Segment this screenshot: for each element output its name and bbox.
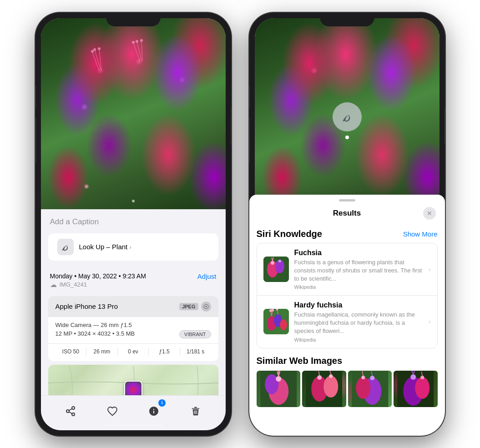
camera-header: Apple iPhone 13 Pro JPEG — [48, 296, 218, 317]
svg-point-44 — [317, 375, 322, 380]
svg-point-52 — [361, 376, 365, 379]
svg-point-59 — [420, 376, 424, 379]
jpeg-badge: JPEG — [179, 303, 198, 310]
hardy-thumbnail — [263, 309, 289, 334]
resolution: VIBRANT 12 MP • 3024 × 4032 • 3.5 MB — [56, 330, 211, 337]
svg-point-16 — [72, 413, 75, 416]
right-screen: Results ✕ Siri Knowledge Show More — [255, 18, 440, 430]
home-indicator — [104, 424, 163, 427]
location-badge-icon — [201, 302, 211, 312]
camera-badges: JPEG — [179, 302, 211, 312]
sheet-title: Results — [333, 209, 361, 218]
info-badge: i — [158, 399, 166, 407]
delete-button[interactable] — [186, 401, 206, 421]
exif-row: ISO 50 26 mm 0 ev ƒ1.5 1/181 s — [48, 343, 218, 361]
knowledge-item-hardy[interactable]: Hardy fuchsia Fuchsia magellanica, commo… — [257, 296, 437, 348]
svg-point-5 — [98, 47, 101, 50]
svg-point-32 — [271, 309, 274, 312]
lookup-icon — [57, 239, 74, 255]
hardy-text: Hardy fuchsia Fuchsia magellanica, commo… — [294, 301, 423, 342]
svg-point-51 — [370, 376, 374, 380]
svg-point-57 — [415, 377, 429, 399]
svg-line-6 — [133, 43, 140, 61]
svg-point-50 — [356, 377, 370, 399]
web-thumb-2[interactable] — [302, 371, 346, 407]
caption-area[interactable]: Add a Caption — [41, 209, 226, 233]
visual-lookup-circle[interactable] — [333, 102, 362, 131]
svg-point-10 — [136, 40, 138, 43]
left-phone: Add a Caption Look Up – Plant › Monday •… — [35, 13, 231, 436]
lookup-arrow: › — [129, 244, 131, 251]
results-sheet: Results ✕ Siri Knowledge Show More — [255, 195, 440, 430]
svg-point-4 — [93, 48, 96, 51]
exif-ev: 0 ev — [118, 347, 149, 356]
info-button[interactable]: i — [144, 401, 164, 421]
hardy-name: Hardy fuchsia — [294, 301, 423, 309]
lookup-row[interactable]: Look Up – Plant › — [48, 233, 218, 261]
show-more-button[interactable]: Show More — [403, 230, 438, 238]
web-images-title: Similar Web Images — [257, 356, 438, 366]
svg-point-43 — [323, 376, 338, 398]
svg-point-20 — [271, 261, 274, 265]
share-button[interactable] — [61, 401, 81, 421]
notch — [106, 13, 161, 26]
exif-shutter: 1/181 s — [180, 347, 211, 356]
sheet-header: Results ✕ — [255, 201, 440, 224]
filename-row: ☁ IMG_4241 — [50, 281, 146, 289]
svg-point-37 — [276, 376, 281, 382]
knowledge-item-fuchsia[interactable]: Fuchsia Fuchsia is a genus of flowering … — [257, 243, 437, 296]
hardy-source: Wikipedia — [294, 337, 423, 342]
fuchsia-chevron: › — [429, 266, 431, 273]
right-notch — [320, 13, 374, 26]
svg-line-8 — [141, 41, 142, 61]
sheet-content: Siri Knowledge Show More — [255, 224, 440, 430]
knowledge-card: Fuchsia Fuchsia is a genus of flowering … — [257, 243, 438, 348]
svg-line-7 — [137, 42, 141, 60]
vibrant-badge: VIBRANT — [179, 330, 211, 338]
web-thumb-4[interactable] — [394, 371, 438, 407]
photo-info-panel: Add a Caption Look Up – Plant › Monday •… — [41, 209, 226, 395]
svg-point-15 — [66, 410, 69, 413]
date-text: Monday • May 30, 2022 • 9:23 AM — [50, 272, 146, 280]
siri-section-title: Siri Knowledge — [257, 229, 322, 239]
cloud-icon: ☁ — [50, 281, 57, 289]
hardy-chevron: › — [429, 318, 431, 325]
right-phone: Results ✕ Siri Knowledge Show More — [249, 13, 445, 436]
fuchsia-text: Fuchsia Fuchsia is a genus of flowering … — [294, 249, 423, 290]
siri-knowledge-header: Siri Knowledge Show More — [257, 229, 438, 239]
web-thumb-3[interactable] — [348, 371, 392, 407]
web-images-row — [257, 371, 438, 407]
map-area[interactable] — [48, 365, 218, 395]
svg-point-9 — [132, 41, 135, 44]
camera-type: Wide Camera — 26 mm ƒ1.5 — [56, 322, 211, 328]
svg-point-13 — [205, 306, 207, 307]
svg-point-58 — [410, 374, 416, 380]
lookup-label: Look Up – Plant › — [79, 243, 131, 251]
favorite-button[interactable] — [102, 401, 122, 421]
date-row: Monday • May 30, 2022 • 9:23 AM ☁ IMG_42… — [41, 266, 226, 292]
camera-name: Apple iPhone 13 Pro — [56, 302, 118, 310]
svg-point-27 — [280, 319, 287, 330]
exif-iso: ISO 50 — [56, 347, 87, 356]
image-page-dot — [132, 200, 135, 202]
caption-placeholder: Add a Caption — [50, 217, 99, 226]
filename: IMG_4241 — [60, 281, 87, 288]
svg-point-45 — [329, 374, 333, 378]
exif-focal: 26 mm — [86, 347, 118, 356]
close-button[interactable]: ✕ — [423, 207, 436, 220]
fuchsia-source: Wikipedia — [294, 284, 423, 290]
adjust-button[interactable]: Adjust — [197, 272, 217, 280]
svg-point-21 — [278, 260, 281, 262]
svg-point-14 — [72, 407, 75, 409]
fuchsia-thumbnail — [263, 257, 289, 282]
svg-point-3 — [91, 50, 94, 53]
camera-info-card: Apple iPhone 13 Pro JPEG Wide Camera — 2… — [48, 296, 218, 361]
exif-aperture: ƒ1.5 — [149, 347, 180, 356]
web-thumb-1[interactable] — [257, 371, 301, 407]
fuchsia-desc: Fuchsia is a genus of flowering plants t… — [294, 258, 423, 283]
flower-image[interactable] — [41, 18, 226, 209]
hardy-desc: Fuchsia magellanica, commonly known as t… — [294, 311, 423, 336]
left-screen: Add a Caption Look Up – Plant › Monday •… — [41, 18, 226, 430]
fuchsia-name: Fuchsia — [294, 249, 423, 257]
camera-specs: Wide Camera — 26 mm ƒ1.5 VIBRANT 12 MP •… — [48, 317, 218, 343]
